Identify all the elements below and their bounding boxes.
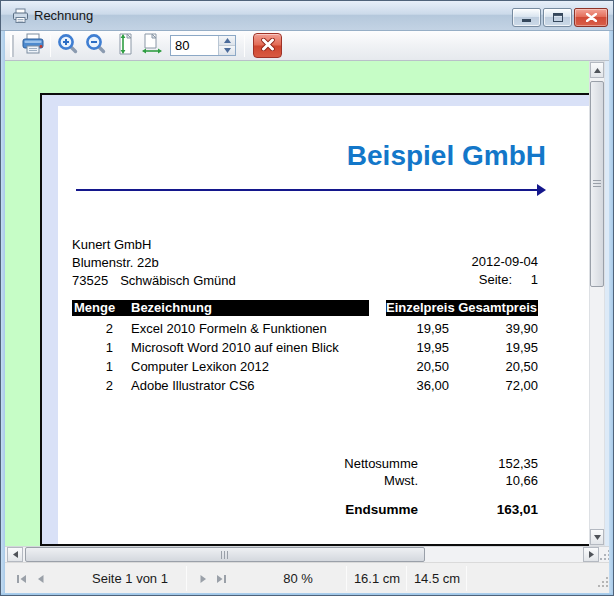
cell-gesamtpreis: 39,90: [449, 319, 538, 338]
invoice-date: 2012-09-04: [472, 254, 539, 269]
print-button[interactable]: [19, 33, 47, 59]
cell-gap: [113, 357, 131, 376]
total-value: 152,35: [418, 455, 538, 472]
printer-icon: [12, 8, 29, 24]
table-row: 1 Microsoft Word 2010 auf einen Blick 19…: [72, 338, 538, 357]
page-width-label: 16.1 cm: [347, 571, 407, 586]
zoom-in-button[interactable]: [54, 33, 82, 59]
printer-icon: [21, 33, 45, 58]
table-header-right: Einzelpreis Gesamtpreis: [386, 300, 538, 316]
cell-menge: 2: [72, 319, 113, 338]
close-button[interactable]: [574, 8, 608, 27]
cell-bezeichnung: Adobe Illustrator CS6: [131, 376, 362, 395]
magnifier-minus-icon: [85, 33, 107, 59]
spinner-up-button[interactable]: [219, 36, 235, 45]
scroll-up-button[interactable]: [590, 62, 604, 78]
cell-bezeichnung: Computer Lexikon 2012: [131, 357, 362, 376]
total-row: Nettosumme 152,35: [72, 455, 538, 472]
window-border-left: [1, 31, 5, 593]
cell-menge: 1: [72, 357, 113, 376]
cell-gesamtpreis: 20,50: [449, 357, 538, 376]
zoom-percent-label: 80 %: [233, 571, 363, 586]
window-border-right: [609, 31, 613, 593]
spinner-down-button[interactable]: [219, 45, 235, 55]
total-label: Endsumme: [72, 501, 418, 518]
scroll-down-button[interactable]: [590, 529, 604, 545]
arrow-shaft: [76, 189, 538, 191]
red-x-icon: [261, 37, 275, 55]
cancel-preview-button[interactable]: [253, 33, 282, 58]
horizontal-scroll-thumb[interactable]: [25, 547, 425, 562]
total-value: 10,66: [418, 472, 538, 489]
fit-height-button[interactable]: [110, 33, 138, 59]
toolbar-drag-grip[interactable]: [10, 35, 15, 57]
minimize-button[interactable]: [512, 8, 541, 27]
table-header-left: Menge Bezeichnung: [72, 300, 369, 316]
table-row: 2 Excel 2010 Formeln & Funktionen 19,95 …: [72, 319, 538, 338]
table-row: 1 Computer Lexikon 2012 20,50 20,50: [72, 357, 538, 376]
total-row: Mwst. 10,66: [72, 472, 538, 489]
total-label: Nettosumme: [72, 455, 418, 472]
company-name: Beispiel GmbH: [347, 140, 546, 172]
first-page-button[interactable]: [13, 571, 29, 587]
print-preview-window: Rechnung: [0, 0, 614, 596]
last-page-button[interactable]: [213, 571, 229, 587]
recipient-line2: Blumenstr. 22b: [72, 254, 236, 272]
recipient-line1: Kunert GmbH: [72, 236, 236, 254]
invoice-totals: Nettosumme 152,35 Mwst. 10,66 Endsumme 1…: [72, 455, 538, 518]
page-height-label: 14.5 cm: [407, 571, 467, 586]
header-arrow: [76, 184, 546, 196]
zoom-level-input[interactable]: [171, 36, 218, 55]
scroll-right-button[interactable]: [583, 547, 599, 562]
cell-gesamtpreis: 72,00: [449, 376, 538, 395]
horizontal-scrollbar[interactable]: [5, 546, 611, 562]
zoom-out-button[interactable]: [82, 33, 110, 59]
postal-code: 73525: [72, 273, 108, 288]
window-resize-grip[interactable]: [596, 575, 609, 591]
page-info-label: Seite 1 von 1: [60, 571, 200, 586]
cell-gap: [113, 376, 131, 395]
cell-gesamtpreis: 19,95: [449, 338, 538, 357]
cell-gap: [113, 319, 131, 338]
invoice-table-body: 2 Excel 2010 Formeln & Funktionen 19,95 …: [72, 319, 538, 395]
next-page-button[interactable]: [195, 571, 211, 587]
cell-einzelpreis: 20,50: [362, 357, 449, 376]
page-label: Seite:: [479, 272, 512, 287]
header-gesamtpreis: Gesamtpreis: [451, 300, 538, 316]
toolbar-separator: [50, 35, 51, 57]
maximize-button[interactable]: [543, 8, 572, 27]
cell-einzelpreis: 36,00: [362, 376, 449, 395]
cell-einzelpreis: 19,95: [362, 319, 449, 338]
total-value: 163,01: [418, 501, 538, 518]
city: Schwäbisch Gmünd: [120, 273, 236, 288]
cell-menge: 2: [72, 376, 113, 395]
statusbar-separator: [186, 566, 187, 591]
page-number: 1: [512, 272, 538, 287]
fit-width-button[interactable]: [138, 33, 166, 59]
table-row: 2 Adobe Illustrator CS6 36,00 72,00: [72, 376, 538, 395]
header-einzelpreis: Einzelpreis: [386, 300, 451, 316]
vertical-scroll-thumb[interactable]: [590, 81, 604, 287]
page-panel: Beispiel GmbH Kunert GmbH Blumenstr. 22b…: [40, 93, 591, 546]
header-menge: Menge: [74, 300, 115, 316]
thumb-grip-icon: [593, 180, 601, 188]
cell-gap: [113, 338, 131, 357]
titlebar[interactable]: Rechnung: [1, 1, 614, 31]
page-fit-width-icon: [141, 33, 163, 59]
scroll-left-button[interactable]: [7, 547, 23, 562]
statusbar-separator: [466, 566, 467, 591]
zoom-spinner: [218, 36, 235, 55]
page-fit-height-icon: [113, 33, 135, 59]
total-row: Endsumme 163,01: [72, 501, 538, 518]
vertical-scrollbar[interactable]: [589, 61, 605, 546]
recipient-line3: 73525Schwäbisch Gmünd: [72, 272, 236, 290]
toolbar-separator: [244, 35, 245, 57]
preview-area: Beispiel GmbH Kunert GmbH Blumenstr. 22b…: [5, 61, 611, 546]
recipient-address: Kunert GmbH Blumenstr. 22b 73525Schwäbis…: [72, 236, 236, 290]
arrow-head-icon: [537, 184, 546, 196]
cell-bezeichnung: Excel 2010 Formeln & Funktionen: [131, 319, 362, 338]
magnifier-plus-icon: [57, 33, 79, 59]
window-title: Rechnung: [34, 8, 93, 23]
previous-page-button[interactable]: [32, 571, 48, 587]
invoice-page: Beispiel GmbH Kunert GmbH Blumenstr. 22b…: [58, 106, 591, 546]
